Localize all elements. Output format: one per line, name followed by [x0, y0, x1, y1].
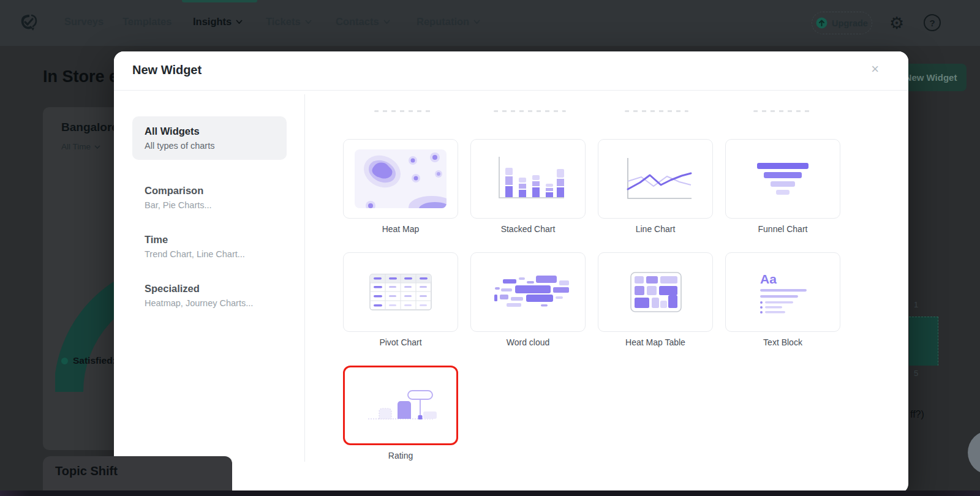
clipped-widget-label	[374, 110, 431, 112]
widget-pivot-chart[interactable]: Pivot Chart	[343, 252, 458, 366]
widget-card	[343, 366, 458, 445]
widget-card	[598, 139, 713, 219]
category-title: Comparison	[145, 185, 274, 197]
widget-heat-map[interactable]: Heat Map	[343, 139, 458, 252]
widget-label: Stacked Chart	[470, 224, 586, 234]
widget-card	[470, 252, 586, 332]
widget-label: Rating	[343, 451, 458, 460]
category-subtitle: Bar, Pie Charts...	[145, 200, 274, 210]
line-chart-icon	[609, 149, 701, 208]
new-widget-modal: New Widget × All Widgets All types of ch…	[114, 51, 908, 494]
widget-rating[interactable]: Rating	[343, 366, 458, 479]
word-cloud-icon	[482, 263, 574, 321]
svg-text:Aa: Aa	[760, 272, 777, 286]
widget-label: Pivot Chart	[343, 337, 458, 347]
clipped-widget-label	[494, 110, 566, 112]
category-specialized[interactable]: Specialized Heatmap, Journey Charts...	[132, 274, 287, 317]
widget-label: Heat Map Table	[598, 337, 713, 347]
widget-text-block[interactable]: Aa Text Block	[725, 252, 840, 366]
widget-card	[343, 252, 458, 332]
text-block-icon: Aa	[737, 263, 829, 321]
widget-label: Heat Map	[343, 224, 458, 234]
widget-heat-map-table[interactable]: Heat Map Table	[598, 252, 713, 366]
topic-shift-title: Topic Shift	[55, 464, 118, 478]
widget-funnel-chart[interactable]: Funnel Chart	[725, 139, 840, 252]
rating-icon	[355, 376, 447, 435]
category-title: Time	[145, 234, 274, 246]
widget-line-chart[interactable]: Line Chart	[598, 139, 713, 252]
widget-card	[470, 139, 586, 219]
widget-card	[343, 139, 458, 219]
widget-word-cloud[interactable]: Word cloud	[470, 252, 586, 366]
modal-header: New Widget ×	[114, 51, 908, 91]
category-title: Specialized	[145, 283, 274, 295]
widget-card: Aa	[725, 252, 840, 332]
modal-title: New Widget	[132, 63, 202, 77]
widget-category-sidebar: All Widgets All types of charts Comparis…	[114, 91, 304, 494]
widget-stacked-chart[interactable]: Stacked Chart	[470, 139, 586, 252]
widget-label: Word cloud	[470, 337, 586, 347]
category-all-widgets[interactable]: All Widgets All types of charts	[132, 116, 287, 160]
sidebar-divider	[304, 94, 305, 462]
heat-map-table-icon	[609, 263, 701, 321]
category-time[interactable]: Time Trend Chart, Line Chart...	[132, 225, 287, 268]
category-subtitle: Heatmap, Journey Charts...	[145, 298, 274, 308]
clipped-widget-label	[753, 110, 812, 112]
widget-label: Text Block	[725, 337, 840, 347]
category-subtitle: Trend Chart, Line Chart...	[145, 249, 274, 259]
widget-card	[598, 252, 713, 332]
heat-map-icon	[355, 149, 447, 208]
category-comparison[interactable]: Comparison Bar, Pie Charts...	[132, 176, 287, 219]
widget-label: Funnel Chart	[725, 224, 840, 234]
widget-label: Line Chart	[598, 224, 713, 234]
category-subtitle: All types of charts	[145, 141, 274, 151]
widget-grid: Heat Map Stacked Chart	[343, 139, 840, 479]
category-title: All Widgets	[145, 126, 274, 137]
funnel-chart-icon	[737, 149, 829, 208]
stacked-chart-icon	[482, 149, 574, 208]
topic-shift-card: Topic Shift	[43, 456, 232, 491]
widget-card	[725, 139, 840, 219]
pivot-chart-icon	[355, 263, 447, 321]
close-icon[interactable]: ×	[871, 62, 879, 76]
bottom-edge-bar	[0, 490, 980, 496]
clipped-widget-label	[625, 110, 688, 112]
